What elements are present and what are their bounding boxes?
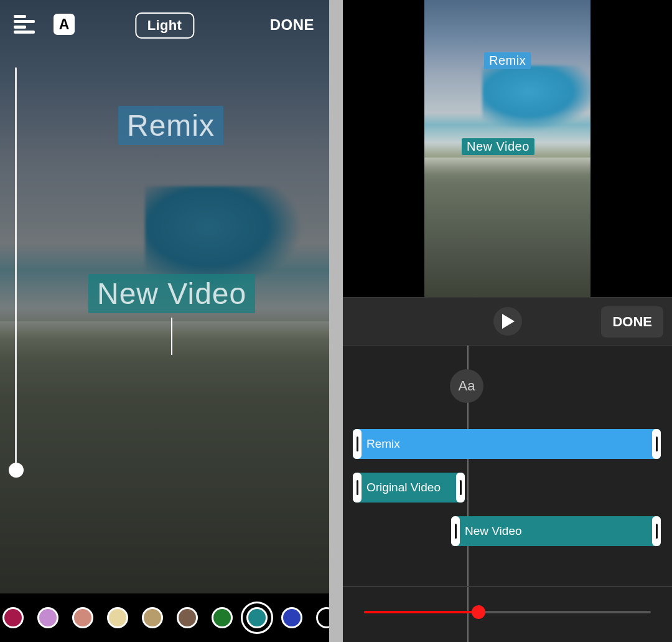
timeline-editor-screen: Remix New Video DONE Aa Remix Original V…: [343, 0, 672, 642]
clip-trim-handle-left[interactable]: [451, 516, 460, 546]
sky-cloud-decoration: [482, 65, 590, 131]
color-swatch-strip: [0, 593, 329, 642]
clip-label: New Video: [465, 524, 522, 538]
clip-trim-handle-left[interactable]: [353, 429, 362, 459]
play-icon: [501, 314, 515, 329]
color-swatch-indigo[interactable]: [281, 607, 302, 628]
color-swatch-teal[interactable]: [246, 607, 268, 628]
clip-trim-handle-right[interactable]: [456, 473, 465, 503]
color-swatch-black[interactable]: [316, 607, 329, 628]
clip-label: Remix: [366, 437, 400, 451]
done-button[interactable]: DONE: [601, 306, 663, 338]
dim-overlay: [0, 0, 329, 642]
text-editor-screen: A Light DONE Remix New Video: [0, 0, 329, 642]
text-caret: [171, 318, 172, 355]
text-style-button[interactable]: A: [54, 14, 75, 35]
timeline-area[interactable]: Aa Remix Original Video New Video: [343, 346, 672, 642]
preview-text-new-video: New Video: [462, 138, 534, 155]
color-swatch-umber[interactable]: [177, 607, 198, 628]
playback-bar: DONE: [343, 297, 672, 346]
slider-knob[interactable]: [9, 463, 24, 478]
add-text-button[interactable]: Aa: [450, 369, 483, 403]
color-swatch-forest[interactable]: [212, 607, 233, 628]
color-swatch-orchid[interactable]: [37, 607, 58, 628]
done-button[interactable]: DONE: [270, 16, 314, 34]
clip-remix[interactable]: Remix: [353, 429, 661, 459]
preview-frame: Remix New Video: [424, 0, 590, 297]
zoom-slider-knob[interactable]: [472, 605, 485, 619]
clip-original-video[interactable]: Original Video: [353, 473, 465, 503]
clip-label: Original Video: [366, 481, 441, 494]
text-overlay-remix[interactable]: Remix: [118, 106, 223, 145]
zoom-slider-fill: [364, 611, 478, 613]
text-align-icon[interactable]: [14, 15, 35, 34]
text-overlay-new-video[interactable]: New Video: [88, 274, 255, 313]
video-preview[interactable]: Remix New Video: [343, 0, 672, 297]
font-size-slider[interactable]: [15, 67, 17, 475]
timeline-divider: [343, 586, 672, 587]
clip-trim-handle-right[interactable]: [652, 429, 661, 459]
color-swatch-sand[interactable]: [142, 607, 163, 628]
screenshot-divider: [329, 0, 343, 642]
color-swatch-wheat[interactable]: [107, 607, 128, 628]
play-button[interactable]: [493, 307, 522, 336]
clip-trim-handle-right[interactable]: [652, 516, 661, 546]
clip-new-video[interactable]: New Video: [451, 516, 661, 546]
preview-text-remix: Remix: [484, 52, 531, 69]
clip-trim-handle-left[interactable]: [353, 473, 362, 503]
color-swatch-salmon[interactable]: [72, 607, 93, 628]
text-editor-toolbar: A Light DONE: [0, 0, 329, 49]
font-select-button[interactable]: Light: [135, 12, 194, 39]
timeline-zoom-slider[interactable]: [364, 611, 651, 613]
color-swatch-crimson[interactable]: [2, 607, 24, 628]
wave-decoration: [424, 158, 590, 175]
